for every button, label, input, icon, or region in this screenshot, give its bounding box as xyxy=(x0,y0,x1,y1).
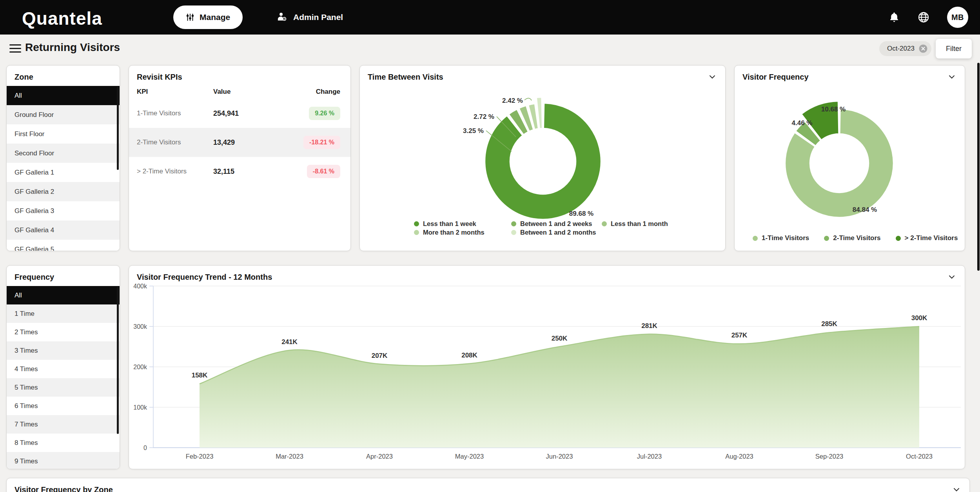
kpi-change-badge: -8.61 % xyxy=(307,165,340,178)
kpi-name: > 2-Time Visitors xyxy=(137,168,213,175)
svg-text:89.68 %: 89.68 % xyxy=(569,210,593,217)
list-item[interactable]: 3 Times xyxy=(7,341,120,360)
svg-text:Mar-2023: Mar-2023 xyxy=(276,453,303,460)
legend-label: More than 2 months xyxy=(423,229,485,236)
svg-text:2.72 %: 2.72 % xyxy=(474,113,494,120)
svg-text:84.84 %: 84.84 % xyxy=(853,206,877,213)
kpi-table-header: KPI Value Change xyxy=(129,85,350,99)
page-scrollbar[interactable] xyxy=(977,63,980,271)
legend-label: Less than 1 month xyxy=(611,220,668,228)
list-item[interactable]: GF Galleria 3 xyxy=(7,201,120,220)
visitor-frequency-by-zone-panel: Visitor Frequency by Zone xyxy=(6,478,970,492)
manage-button[interactable]: Manage xyxy=(173,5,243,29)
legend-item[interactable]: > 2-Time Visitors xyxy=(896,234,958,242)
chevron-down-icon[interactable] xyxy=(951,485,962,492)
visitor-frequency-donut-chart[interactable]: 84.84 %4.46 %10.68 % xyxy=(735,66,965,251)
frequency-scrollbar[interactable] xyxy=(117,287,119,434)
list-item[interactable]: Ground Floor xyxy=(7,105,120,124)
list-item[interactable]: GF Galleria 5 xyxy=(7,240,120,251)
list-item[interactable]: 5 Times xyxy=(7,378,120,397)
legend-label: > 2-Time Visitors xyxy=(905,234,958,242)
list-item[interactable]: 2 Times xyxy=(7,323,120,341)
list-item[interactable]: 9 Times xyxy=(7,452,120,469)
top-navbar: Quantela Manage Admin Panel xyxy=(0,0,980,35)
user-avatar[interactable]: MB xyxy=(947,7,968,28)
svg-text:257K: 257K xyxy=(731,332,748,339)
svg-text:207K: 207K xyxy=(372,352,388,359)
frequency-panel: Frequency All1 Time2 Times3 Times4 Times… xyxy=(6,265,120,469)
revisit-kpis-title: Revisit KPIs xyxy=(129,66,350,82)
zone-scrollbar[interactable] xyxy=(117,87,119,170)
list-item[interactable]: 8 Times xyxy=(7,434,120,452)
list-item[interactable]: 7 Times xyxy=(7,415,120,434)
svg-text:Sep-2023: Sep-2023 xyxy=(815,453,844,460)
kpi-row[interactable]: 1-Time Visitors254,9419.26 % xyxy=(129,99,350,128)
trend-panel: Visitor Frequency Trend - 12 Months 400k… xyxy=(129,265,965,469)
svg-text:Jul-2023: Jul-2023 xyxy=(637,453,662,460)
svg-text:400k: 400k xyxy=(133,283,147,290)
list-item[interactable]: All xyxy=(7,286,120,304)
list-item[interactable]: 4 Times xyxy=(7,360,120,378)
filter-button[interactable]: Filter xyxy=(936,39,972,58)
list-item[interactable]: Second Floor xyxy=(7,144,120,163)
list-item[interactable]: GF Galleria 2 xyxy=(7,182,120,201)
legend-item[interactable]: More than 2 months xyxy=(414,229,511,236)
kpi-name: 1-Time Visitors xyxy=(137,109,213,117)
legend-dot-icon xyxy=(824,236,829,241)
svg-text:10.68 %: 10.68 % xyxy=(821,106,846,113)
time-between-visits-panel: Time Between Visits 89.68 %3.25 %2.72 %2… xyxy=(359,65,726,251)
list-item[interactable]: GF Galleria 1 xyxy=(7,163,120,182)
svg-text:4.46 %: 4.46 % xyxy=(792,119,813,127)
legend-item[interactable]: 1-Time Visitors xyxy=(753,234,809,242)
visitor-frequency-legend: 1-Time Visitors2-Time Visitors> 2-Time V… xyxy=(753,234,958,242)
legend-label: 1-Time Visitors xyxy=(762,234,809,242)
globe-icon[interactable] xyxy=(917,11,930,24)
list-item[interactable]: All xyxy=(7,86,120,105)
kpi-table-body: 1-Time Visitors254,9419.26 %2-Time Visit… xyxy=(129,99,350,186)
svg-text:285K: 285K xyxy=(821,320,837,328)
trend-area-chart[interactable]: 400k300k200k100k0158K241K207K208K250K281… xyxy=(129,266,965,469)
date-filter-chip[interactable]: Oct-2023 xyxy=(879,41,931,56)
kpi-name: 2-Time Visitors xyxy=(137,138,213,146)
frequency-panel-title: Frequency xyxy=(7,266,120,282)
list-item[interactable]: GF Galleria 4 xyxy=(7,220,120,240)
svg-text:158K: 158K xyxy=(192,372,208,379)
chip-close-icon[interactable] xyxy=(918,44,928,53)
list-item[interactable]: 1 Time xyxy=(7,304,120,323)
legend-item[interactable]: 2-Time Visitors xyxy=(824,234,880,242)
svg-text:2.42 %: 2.42 % xyxy=(502,97,523,104)
legend-item[interactable]: Less than 1 week xyxy=(414,220,511,228)
admin-panel-label: Admin Panel xyxy=(293,13,343,22)
app-root: Quantela Manage Admin Panel xyxy=(0,0,980,492)
admin-panel-button[interactable]: Admin Panel xyxy=(277,5,343,29)
page-header: Returning Visitors Oct-2023 Filter xyxy=(0,35,980,63)
list-item[interactable]: 6 Times xyxy=(7,397,120,415)
kpi-value: 32,115 xyxy=(213,168,307,176)
kpi-change-badge: -18.21 % xyxy=(303,136,340,149)
svg-text:250K: 250K xyxy=(552,335,568,342)
legend-label: 2-Time Visitors xyxy=(833,234,880,242)
legend-item[interactable]: Between 1 and 2 weeks xyxy=(511,220,602,228)
legend-item[interactable]: Between 1 and 2 months xyxy=(511,229,602,236)
navbar-right: MB xyxy=(888,0,968,35)
legend-label: Less than 1 week xyxy=(423,220,476,228)
frequency-list: All1 Time2 Times3 Times4 Times5 Times6 T… xyxy=(7,286,120,469)
svg-text:300k: 300k xyxy=(133,323,147,330)
svg-text:Oct-2023: Oct-2023 xyxy=(906,453,933,460)
menu-icon[interactable] xyxy=(9,44,21,53)
kpi-row[interactable]: > 2-Time Visitors32,115-8.61 % xyxy=(129,157,350,186)
visitor-frequency-by-zone-title: Visitor Frequency by Zone xyxy=(7,478,969,492)
svg-text:Apr-2023: Apr-2023 xyxy=(366,453,393,460)
admin-user-icon xyxy=(277,12,288,23)
chip-label: Oct-2023 xyxy=(887,45,915,53)
svg-text:200k: 200k xyxy=(133,364,147,370)
visitor-frequency-panel: Visitor Frequency 84.84 %4.46 %10.68 % 1… xyxy=(734,65,965,251)
list-item[interactable]: First Floor xyxy=(7,124,120,144)
kpi-row[interactable]: 2-Time Visitors13,429-18.21 % xyxy=(129,128,350,157)
manage-label: Manage xyxy=(200,13,230,22)
notifications-bell-icon[interactable] xyxy=(888,11,900,23)
svg-text:Feb-2023: Feb-2023 xyxy=(186,453,214,460)
svg-text:281K: 281K xyxy=(641,322,657,330)
kpi-value: 13,429 xyxy=(213,138,303,147)
legend-item[interactable]: Less than 1 month xyxy=(602,220,668,228)
